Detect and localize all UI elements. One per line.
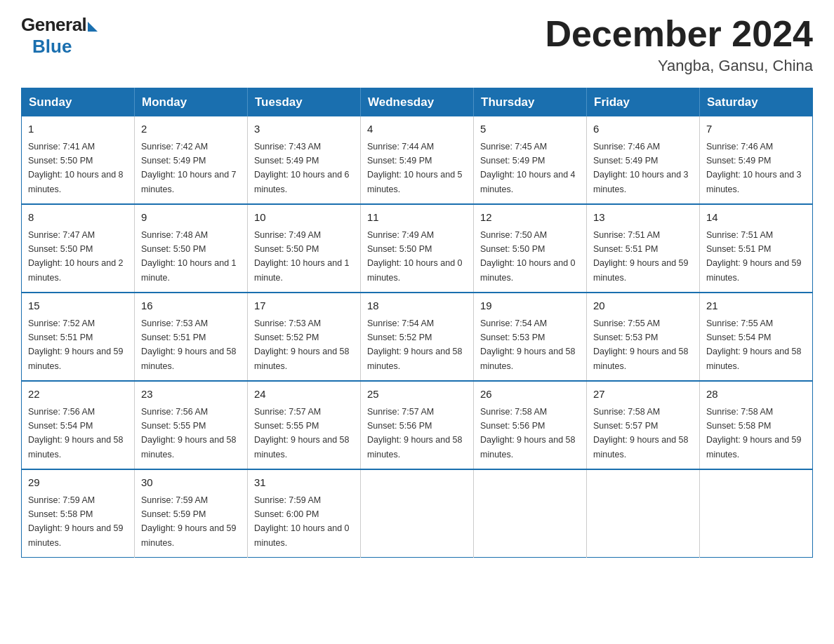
calendar-cell: 15 Sunrise: 7:52 AMSunset: 5:51 PMDaylig…	[22, 293, 135, 381]
calendar-cell: 18 Sunrise: 7:54 AMSunset: 5:52 PMDaylig…	[361, 293, 474, 381]
calendar-cell: 25 Sunrise: 7:57 AMSunset: 5:56 PMDaylig…	[361, 381, 474, 469]
day-number: 24	[254, 387, 354, 403]
col-thursday: Thursday	[474, 88, 587, 117]
day-info: Sunrise: 7:53 AMSunset: 5:52 PMDaylight:…	[254, 318, 350, 371]
day-number: 30	[141, 475, 241, 491]
calendar-cell: 24 Sunrise: 7:57 AMSunset: 5:55 PMDaylig…	[248, 381, 361, 469]
day-info: Sunrise: 7:55 AMSunset: 5:54 PMDaylight:…	[706, 318, 802, 371]
day-number: 21	[706, 298, 806, 314]
calendar-cell: 23 Sunrise: 7:56 AMSunset: 5:55 PMDaylig…	[135, 381, 248, 469]
logo-blue-text: Blue	[32, 36, 72, 58]
day-number: 4	[367, 121, 467, 137]
day-number: 11	[367, 210, 467, 226]
day-number: 6	[593, 121, 693, 137]
day-info: Sunrise: 7:54 AMSunset: 5:53 PMDaylight:…	[480, 318, 576, 371]
calendar-cell: 1 Sunrise: 7:41 AMSunset: 5:50 PMDayligh…	[22, 116, 135, 204]
calendar-cell: 9 Sunrise: 7:48 AMSunset: 5:50 PMDayligh…	[135, 204, 248, 293]
calendar-cell: 6 Sunrise: 7:46 AMSunset: 5:49 PMDayligh…	[587, 116, 700, 204]
col-tuesday: Tuesday	[248, 88, 361, 117]
calendar-cell	[587, 469, 700, 558]
day-number: 1	[28, 121, 128, 137]
calendar-cell: 29 Sunrise: 7:59 AMSunset: 5:58 PMDaylig…	[22, 469, 135, 558]
calendar-week-1: 1 Sunrise: 7:41 AMSunset: 5:50 PMDayligh…	[22, 116, 813, 204]
day-number: 15	[28, 298, 128, 314]
calendar-cell: 10 Sunrise: 7:49 AMSunset: 5:50 PMDaylig…	[248, 204, 361, 293]
calendar-table: Sunday Monday Tuesday Wednesday Thursday…	[21, 88, 813, 558]
day-info: Sunrise: 7:59 AMSunset: 6:00 PMDaylight:…	[254, 495, 350, 548]
day-info: Sunrise: 7:55 AMSunset: 5:53 PMDaylight:…	[593, 318, 689, 371]
calendar-cell: 16 Sunrise: 7:53 AMSunset: 5:51 PMDaylig…	[135, 293, 248, 381]
col-wednesday: Wednesday	[361, 88, 474, 117]
day-number: 31	[254, 475, 354, 491]
day-info: Sunrise: 7:57 AMSunset: 5:56 PMDaylight:…	[367, 407, 463, 459]
day-number: 2	[141, 121, 241, 137]
title-block: December 2024 Yangba, Gansu, China	[545, 14, 813, 75]
day-number: 10	[254, 210, 354, 226]
logo-triangle-icon	[88, 22, 98, 32]
day-number: 22	[28, 387, 128, 403]
day-info: Sunrise: 7:44 AMSunset: 5:49 PMDaylight:…	[367, 142, 463, 194]
calendar-cell: 17 Sunrise: 7:53 AMSunset: 5:52 PMDaylig…	[248, 293, 361, 381]
day-number: 5	[480, 121, 580, 137]
calendar-cell: 27 Sunrise: 7:58 AMSunset: 5:57 PMDaylig…	[587, 381, 700, 469]
day-info: Sunrise: 7:43 AMSunset: 5:49 PMDaylight:…	[254, 142, 350, 194]
logo-general-text: General	[21, 14, 86, 36]
day-info: Sunrise: 7:49 AMSunset: 5:50 PMDaylight:…	[367, 230, 463, 283]
day-info: Sunrise: 7:52 AMSunset: 5:51 PMDaylight:…	[28, 318, 124, 371]
day-info: Sunrise: 7:46 AMSunset: 5:49 PMDaylight:…	[593, 142, 689, 194]
day-info: Sunrise: 7:56 AMSunset: 5:55 PMDaylight:…	[141, 407, 237, 459]
day-info: Sunrise: 7:45 AMSunset: 5:49 PMDaylight:…	[480, 142, 576, 194]
day-info: Sunrise: 7:59 AMSunset: 5:58 PMDaylight:…	[28, 495, 124, 548]
day-number: 27	[593, 387, 693, 403]
day-info: Sunrise: 7:57 AMSunset: 5:55 PMDaylight:…	[254, 407, 350, 459]
day-info: Sunrise: 7:50 AMSunset: 5:50 PMDaylight:…	[480, 230, 576, 283]
day-info: Sunrise: 7:58 AMSunset: 5:57 PMDaylight:…	[593, 407, 689, 459]
day-number: 18	[367, 298, 467, 314]
day-number: 3	[254, 121, 354, 137]
calendar-cell: 2 Sunrise: 7:42 AMSunset: 5:49 PMDayligh…	[135, 116, 248, 204]
calendar-header-row: Sunday Monday Tuesday Wednesday Thursday…	[22, 88, 813, 117]
day-info: Sunrise: 7:58 AMSunset: 5:56 PMDaylight:…	[480, 407, 576, 459]
calendar-cell: 21 Sunrise: 7:55 AMSunset: 5:54 PMDaylig…	[700, 293, 813, 381]
calendar-cell	[361, 469, 474, 558]
day-info: Sunrise: 7:58 AMSunset: 5:58 PMDaylight:…	[706, 407, 802, 459]
day-info: Sunrise: 7:51 AMSunset: 5:51 PMDaylight:…	[593, 230, 689, 283]
day-number: 14	[706, 210, 806, 226]
day-number: 19	[480, 298, 580, 314]
day-number: 7	[706, 121, 806, 137]
calendar-cell: 12 Sunrise: 7:50 AMSunset: 5:50 PMDaylig…	[474, 204, 587, 293]
logo: General Blue	[21, 14, 98, 58]
day-number: 16	[141, 298, 241, 314]
calendar-cell	[474, 469, 587, 558]
day-number: 28	[706, 387, 806, 403]
calendar-week-3: 15 Sunrise: 7:52 AMSunset: 5:51 PMDaylig…	[22, 293, 813, 381]
calendar-cell: 22 Sunrise: 7:56 AMSunset: 5:54 PMDaylig…	[22, 381, 135, 469]
calendar-week-4: 22 Sunrise: 7:56 AMSunset: 5:54 PMDaylig…	[22, 381, 813, 469]
day-number: 17	[254, 298, 354, 314]
page-header: General Blue December 2024 Yangba, Gansu…	[21, 14, 813, 75]
col-monday: Monday	[135, 88, 248, 117]
col-saturday: Saturday	[700, 88, 813, 117]
calendar-cell: 31 Sunrise: 7:59 AMSunset: 6:00 PMDaylig…	[248, 469, 361, 558]
day-number: 9	[141, 210, 241, 226]
calendar-cell: 5 Sunrise: 7:45 AMSunset: 5:49 PMDayligh…	[474, 116, 587, 204]
calendar-cell	[700, 469, 813, 558]
day-info: Sunrise: 7:42 AMSunset: 5:49 PMDaylight:…	[141, 142, 237, 194]
day-number: 26	[480, 387, 580, 403]
calendar-cell: 26 Sunrise: 7:58 AMSunset: 5:56 PMDaylig…	[474, 381, 587, 469]
day-info: Sunrise: 7:51 AMSunset: 5:51 PMDaylight:…	[706, 230, 802, 283]
day-info: Sunrise: 7:53 AMSunset: 5:51 PMDaylight:…	[141, 318, 237, 371]
calendar-cell: 4 Sunrise: 7:44 AMSunset: 5:49 PMDayligh…	[361, 116, 474, 204]
day-number: 20	[593, 298, 693, 314]
day-number: 23	[141, 387, 241, 403]
day-number: 25	[367, 387, 467, 403]
day-number: 12	[480, 210, 580, 226]
day-info: Sunrise: 7:49 AMSunset: 5:50 PMDaylight:…	[254, 230, 350, 283]
col-sunday: Sunday	[22, 88, 135, 117]
calendar-cell: 11 Sunrise: 7:49 AMSunset: 5:50 PMDaylig…	[361, 204, 474, 293]
calendar-cell: 19 Sunrise: 7:54 AMSunset: 5:53 PMDaylig…	[474, 293, 587, 381]
calendar-cell: 7 Sunrise: 7:46 AMSunset: 5:49 PMDayligh…	[700, 116, 813, 204]
calendar-cell: 3 Sunrise: 7:43 AMSunset: 5:49 PMDayligh…	[248, 116, 361, 204]
day-number: 29	[28, 475, 128, 491]
calendar-week-2: 8 Sunrise: 7:47 AMSunset: 5:50 PMDayligh…	[22, 204, 813, 293]
